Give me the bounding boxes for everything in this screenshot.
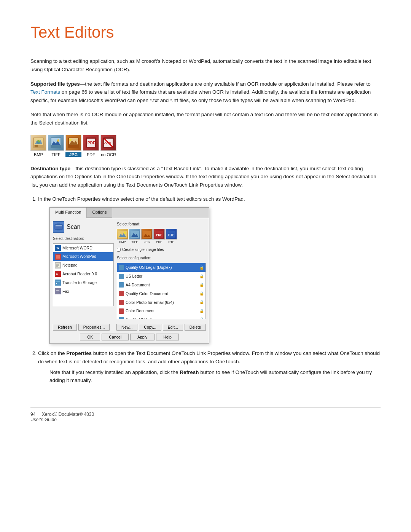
properties-button[interactable]: Properties... bbox=[78, 324, 110, 331]
dest-item-storage[interactable]: Transfer to Storage bbox=[53, 278, 113, 287]
dest-item-word[interactable]: W Microsoft WORD bbox=[53, 244, 113, 252]
config-us-letter[interactable]: US Letter 🔒 bbox=[117, 272, 206, 281]
config-bw-icon-2 bbox=[119, 282, 124, 288]
config-quality-letter[interactable]: Quality US Letter 🔒 bbox=[117, 315, 206, 319]
config-label-3: Quality Color Document bbox=[126, 291, 168, 297]
dest-fax-label: Fax bbox=[62, 288, 69, 295]
onetouch-dialog: Multi Function Options bbox=[49, 207, 209, 344]
format-icon-labels: BMP TIFF JPG PDF no OCR bbox=[30, 152, 381, 157]
select-config-label: Select configuration: bbox=[117, 255, 206, 261]
text-formats-link[interactable]: Text Formats bbox=[30, 89, 60, 95]
svg-rect-23 bbox=[57, 224, 60, 225]
page-footer: 94 Xerox® DocuMate® 4830 User's Guide bbox=[30, 407, 381, 422]
lock-icon-5: 🔒 bbox=[199, 308, 204, 314]
single-image-checkbox[interactable] bbox=[117, 248, 121, 252]
dest-item-notepad[interactable]: Notepad bbox=[53, 261, 113, 270]
lock-icon-0: 🔒 bbox=[199, 265, 204, 271]
nocr-label: no OCR bbox=[100, 152, 116, 157]
svg-text:PDF: PDF bbox=[156, 233, 162, 236]
svg-text:A: A bbox=[56, 273, 58, 275]
config-bw-icon-1 bbox=[119, 274, 124, 279]
acrobat-icon: A bbox=[55, 271, 61, 277]
step-2-note: Note that if you recently installed an a… bbox=[49, 368, 381, 385]
lock-icon-3: 🔒 bbox=[199, 291, 204, 297]
format-icon-row: PDF OCR BMP TIFF JPG PDF no OCR bbox=[30, 135, 381, 157]
config-color-doc[interactable]: Color Document 🔒 bbox=[117, 307, 206, 315]
step-1: In the OneTouch Properties window select… bbox=[38, 195, 381, 344]
scan-label: Scan bbox=[67, 222, 80, 232]
svg-point-41 bbox=[124, 232, 126, 234]
new-button[interactable]: New... bbox=[116, 324, 137, 331]
notepad-icon bbox=[55, 262, 61, 268]
dest-item-acrobat[interactable]: A Acrobat Reader 9.0 bbox=[53, 270, 113, 278]
config-label-5: Color Document bbox=[126, 308, 155, 314]
dest-storage-label: Transfer to Storage bbox=[62, 280, 97, 286]
edit-button[interactable]: Edit... bbox=[163, 324, 183, 331]
svg-rect-38 bbox=[59, 292, 60, 292]
cancel-button[interactable]: Cancel bbox=[102, 334, 129, 340]
word-icon: W bbox=[55, 245, 61, 251]
footer-guide: User's Guide bbox=[30, 417, 57, 422]
config-label-0: Quality US Legal (Duplex) bbox=[126, 264, 172, 271]
pdf-icon[interactable]: PDF bbox=[83, 135, 99, 151]
config-color-photo[interactable]: Color Photo for Email (6x4) 🔒 bbox=[117, 298, 206, 307]
config-quality-color[interactable]: Quality Color Document 🔒 bbox=[117, 289, 206, 298]
fmt-pdf[interactable]: PDF bbox=[153, 229, 165, 240]
help-button[interactable]: Help bbox=[156, 334, 179, 340]
config-quality-legal[interactable]: Quality US Legal (Duplex) 🔒 bbox=[117, 263, 206, 272]
step-1-text: In the OneTouch Properties window select… bbox=[38, 196, 245, 202]
fmt-tiff[interactable] bbox=[129, 229, 140, 240]
svg-rect-22 bbox=[56, 227, 62, 227]
dest-notepad-label: Notepad bbox=[62, 262, 78, 268]
copy-button[interactable]: Copy... bbox=[139, 324, 161, 331]
dest-item-wordpad[interactable]: Microsoft WordPad bbox=[53, 252, 113, 261]
refresh-button[interactable]: Refresh bbox=[53, 324, 77, 331]
jpg-label: JPG bbox=[65, 152, 81, 157]
destination-type-paragraph: Destination type—this destination type i… bbox=[30, 165, 381, 189]
intro-paragraph: Scanning to a text editing application, … bbox=[30, 57, 381, 73]
fmt-rtf[interactable]: RTF bbox=[166, 229, 177, 240]
svg-text:PDF: PDF bbox=[88, 141, 95, 145]
lock-icon-2: 🔒 bbox=[199, 282, 204, 288]
step-2-text: Click on the bbox=[38, 350, 66, 356]
nocr-icon[interactable]: OCR bbox=[100, 135, 116, 151]
fmt-bmp-label: BMP bbox=[119, 240, 126, 245]
bmp-icon[interactable] bbox=[30, 135, 46, 151]
lock-icon-1: 🔒 bbox=[199, 273, 204, 280]
config-a4[interactable]: A4 Document 🔒 bbox=[117, 281, 206, 289]
dialog-left-panel: Scan Select destination: W Microsoft WOR… bbox=[53, 221, 114, 320]
fmt-rtf-label: RTF bbox=[168, 240, 174, 245]
svg-text:OCR: OCR bbox=[104, 142, 111, 145]
apply-button[interactable]: Apply bbox=[130, 334, 155, 340]
dialog-body: Scan Select destination: W Microsoft WOR… bbox=[50, 218, 209, 323]
ok-button[interactable]: OK bbox=[80, 334, 100, 340]
tab-multi-function[interactable]: Multi Function bbox=[50, 208, 87, 218]
steps-list: In the OneTouch Properties window select… bbox=[38, 195, 381, 384]
page-title: Text Editors bbox=[30, 23, 381, 42]
dest-acrobat-label: Acrobat Reader 9.0 bbox=[62, 271, 97, 277]
step-2-note-bold: Refresh bbox=[180, 369, 199, 375]
svg-rect-24 bbox=[57, 229, 60, 230]
svg-point-8 bbox=[57, 139, 59, 142]
fmt-bmp[interactable] bbox=[117, 229, 128, 240]
config-bw-icon-0 bbox=[119, 265, 124, 270]
checkbox-label: Create single image files bbox=[122, 247, 164, 253]
svg-point-12 bbox=[69, 139, 72, 141]
step-2-note-start: Note that if you recently installed an a… bbox=[49, 369, 180, 375]
checkbox-row: Create single image files bbox=[117, 247, 206, 253]
tiff-icon[interactable] bbox=[48, 135, 64, 151]
storage-icon bbox=[55, 280, 61, 286]
fmt-pdf-label: PDF bbox=[156, 240, 162, 245]
svg-rect-21 bbox=[56, 225, 62, 226]
destination-list[interactable]: W Microsoft WORD Microso bbox=[53, 243, 114, 306]
ocr-note: Note that when there is no OCR module or… bbox=[30, 110, 381, 127]
configuration-list[interactable]: Quality US Legal (Duplex) 🔒 US Letter 🔒 bbox=[117, 263, 206, 319]
config-color-icon-5 bbox=[119, 308, 124, 314]
dest-item-fax[interactable]: Fax bbox=[53, 287, 113, 296]
delete-button[interactable]: Delete bbox=[185, 324, 206, 331]
config-label-1: US Letter bbox=[126, 273, 142, 280]
jpg-icon[interactable] bbox=[65, 135, 81, 151]
tab-options[interactable]: Options bbox=[87, 208, 112, 218]
bmp-label: BMP bbox=[30, 152, 46, 157]
fmt-jpg[interactable] bbox=[141, 229, 153, 240]
